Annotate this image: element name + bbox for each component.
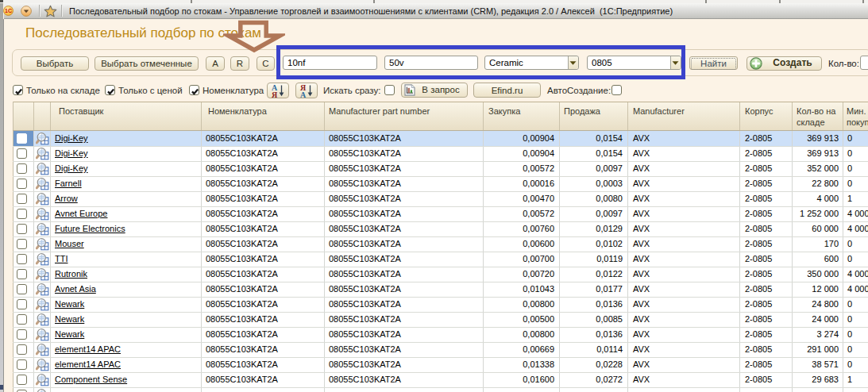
svg-text:А: А — [300, 90, 307, 98]
svg-text:1C: 1C — [5, 8, 12, 13]
svg-text:Я: Я — [272, 90, 278, 98]
